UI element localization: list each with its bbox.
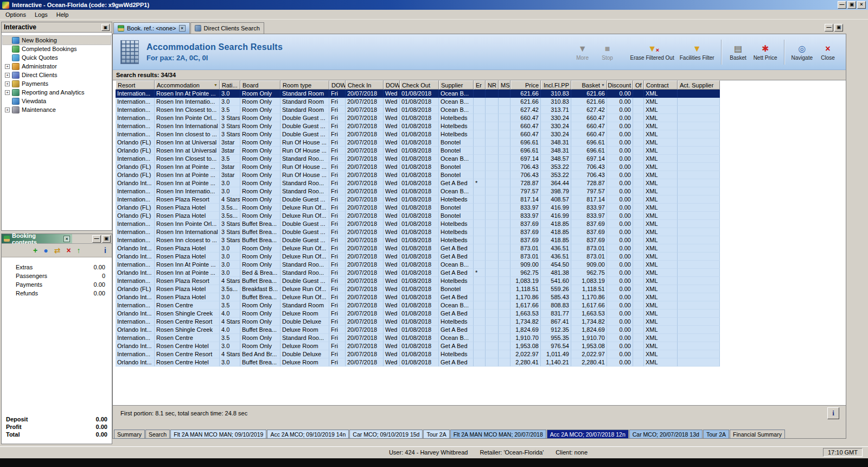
restore-icon[interactable]: ▣ [834, 24, 843, 31]
column-header-check-out[interactable]: Check Out [400, 80, 439, 90]
toolbar-more-button[interactable]: ▼More [573, 43, 592, 61]
close-icon[interactable]: × [179, 25, 186, 31]
result-row[interactable]: Orlando Int...Rosen Inn at Pointe ...3.0… [116, 179, 720, 187]
column-header-ms[interactable]: MS [499, 80, 510, 90]
minimize-icon[interactable]: — [825, 24, 833, 31]
column-header-supplier[interactable]: Supplier [439, 80, 474, 90]
result-row[interactable]: Internation...Rosen Centre Resort4 Stars… [116, 318, 720, 326]
column-header-dow[interactable]: DOW [329, 80, 346, 90]
filter-icon[interactable]: ▼ [213, 83, 218, 87]
minimize-icon[interactable]: — [92, 235, 101, 243]
result-row[interactable]: Internation...Rosen Inn Internatio...3.0… [116, 187, 720, 195]
bottom-tab-car-mco-09-10-2019-15d[interactable]: Car MCO; 09/10/2019 15d [349, 430, 423, 439]
close-icon[interactable]: × [63, 236, 70, 242]
result-row[interactable]: Internation...Rosen Inn At Pointe ...3.0… [116, 90, 720, 98]
result-row[interactable]: Orlando Int...Rosen Shingle Creek4.0Room… [116, 310, 720, 318]
expand-icon[interactable]: + [5, 73, 10, 78]
column-header-accommodation[interactable]: Accommodation▼ [155, 80, 220, 90]
expand-icon[interactable]: + [5, 108, 10, 112]
column-header-act-supplier[interactable]: Act. Supplier [678, 80, 720, 90]
bottom-tab-acc-2a-mco-09-10-2019-14n[interactable]: Acc 2A MCO; 09/10/2019 14n [267, 430, 349, 439]
result-row[interactable]: Orlando Int...Rosen Plaza Hotel3.0Room O… [116, 244, 720, 253]
result-row[interactable]: Orlando (FL)Rosen Inn at Pointe ...3star… [116, 163, 720, 171]
booking-contents-tab[interactable]: Booking contents × [2, 234, 72, 243]
transfer-icon[interactable]: ⇄ [54, 247, 61, 254]
info-icon[interactable]: i [827, 407, 839, 419]
column-header-dow[interactable]: DOW [384, 80, 400, 90]
result-row[interactable]: Internation...Rosen Plaza Resort4 StarsB… [116, 277, 720, 285]
result-row[interactable]: Internation...Rosen Inn Pointe Orl...3 S… [116, 114, 720, 122]
column-header-price[interactable]: Price [510, 80, 541, 90]
column-header-contract[interactable]: Contract [644, 80, 678, 90]
sidebar-item-quick-quotes[interactable]: Quick Quotes [3, 53, 111, 62]
result-row[interactable]: Orlando Int...Rosen Centre Hotel3.0Room … [116, 342, 720, 350]
result-row[interactable]: Internation...Rosen Inn Pointe Orl...3 S… [116, 220, 720, 228]
list-item-extras[interactable]: Extras0.00 [2, 263, 110, 272]
column-header-resort[interactable]: Resort [116, 80, 155, 90]
close-icon[interactable]: × [857, 1, 866, 9]
panel-restore-icon[interactable]: ▣ [101, 24, 110, 31]
expand-icon[interactable]: + [5, 64, 10, 69]
column-header-incl-fl-pp[interactable]: Incl.Fl.PP [541, 80, 571, 90]
bottom-tab-tour-2a[interactable]: Tour 2A [423, 430, 449, 439]
tab-direct-clients-search[interactable]: Direct Clients Search [190, 22, 264, 34]
restore-icon[interactable]: ▣ [847, 1, 856, 9]
menu-help[interactable]: Help [52, 10, 73, 19]
column-header-discount[interactable]: Discount [607, 80, 633, 90]
add-icon[interactable]: + [33, 247, 37, 254]
toolbar-navigate-button[interactable]: ◎Navigate [792, 43, 813, 61]
sidebar-item-viewdata[interactable]: Viewdata [3, 97, 111, 105]
up-icon[interactable]: ↑ [77, 247, 81, 254]
list-item-passengers[interactable]: Passengers0 [2, 272, 110, 280]
result-row[interactable]: Orlando (FL)Rosen Plaza Hotel3.5s...Room… [116, 204, 720, 212]
list-item-refunds[interactable]: Refunds0.00 [2, 289, 110, 298]
bottom-tab-search[interactable]: Search [145, 430, 170, 439]
column-header-nr[interactable]: NR [486, 80, 499, 90]
result-row[interactable]: Orlando (FL)Rosen Plaza Hotel3.5s...Room… [116, 212, 720, 220]
column-header-board[interactable]: Board [240, 80, 280, 90]
globe-icon[interactable]: ● [43, 247, 48, 254]
result-row[interactable]: Internation...Rosen Inn closest to ...3 … [116, 130, 720, 138]
toolbar-close-button[interactable]: ×Close [818, 43, 838, 61]
result-row[interactable]: Internation...Rosen Inn closest to ...3 … [116, 236, 720, 244]
result-row[interactable]: Orlando Int...Rosen Centre Hotel3.0Buffe… [116, 358, 720, 367]
result-row[interactable]: Internation...Rosen Centre Resort4 Stars… [116, 350, 720, 358]
bottom-tab-financial-summary[interactable]: Financial Summary [730, 430, 785, 439]
result-row[interactable]: Internation...Rosen Inn Closest to...3.5… [116, 155, 720, 163]
result-row[interactable]: Orlando (FL)Rosen Inn at Universal3starR… [116, 138, 720, 147]
result-row[interactable]: Orlando Int...Rosen Shingle Creek4.0Buff… [116, 326, 720, 334]
toolbar-facilities-filter-button[interactable]: ▼Facilities Filter [680, 43, 714, 61]
result-row[interactable]: Internation...Rosen Inn Closest to...3.5… [116, 106, 720, 114]
restore-icon[interactable]: ▣ [102, 235, 111, 243]
sidebar-item-administrator[interactable]: +Administrator [3, 62, 111, 71]
result-row[interactable]: Internation...Rosen Inn At Pointe ...3.0… [116, 261, 720, 269]
bottom-tab-flt-2a-man-mco-man-09-10-2019[interactable]: Flt 2A MAN MCO MAN; 09/10/2019 [170, 430, 266, 439]
sidebar-item-payments[interactable]: +Payments [3, 79, 111, 88]
result-row[interactable]: Orlando (FL)Rosen Inn at Pointe ...3star… [116, 171, 720, 179]
toolbar-nett-price-button[interactable]: ✱Nett Price [754, 43, 777, 61]
result-row[interactable]: Internation...Rosen Inn International3 S… [116, 122, 720, 130]
result-row[interactable]: Internation...Rosen Inn Internatio...3.0… [116, 98, 720, 106]
column-header-er[interactable]: Er [474, 80, 486, 90]
column-header-rati[interactable]: Rati... [220, 80, 240, 90]
sidebar-item-direct-clients[interactable]: +Direct Clients [3, 71, 111, 79]
minimize-icon[interactable]: — [838, 1, 846, 9]
delete-icon[interactable]: × [66, 247, 71, 254]
sidebar-item-completed-bookings[interactable]: Completed Bookings [3, 45, 111, 53]
bottom-tab-car-mco-20-07-2018-13d[interactable]: Car MCO; 20/07/2018 13d [629, 430, 703, 439]
expand-icon[interactable]: + [5, 81, 10, 86]
menu-logs[interactable]: Logs [30, 10, 52, 19]
result-row[interactable]: Internation...Rosen Plaza Resort4 StarsR… [116, 195, 720, 204]
result-row[interactable]: Orlando Int...Rosen Plaza Hotel3.0Buffet… [116, 293, 720, 301]
bottom-tab-summary[interactable]: Summary [114, 430, 145, 439]
tab-book-ref-none[interactable]: Book. ref.: <none>× [113, 22, 190, 34]
column-header-check-in[interactable]: Check In [346, 80, 384, 90]
expand-icon[interactable]: + [5, 90, 10, 95]
result-row[interactable]: Orlando (FL)Rosen Inn at Universal3starR… [116, 147, 720, 155]
sidebar-item-reporting-and-analytics[interactable]: +Reporting and Analytics [3, 88, 111, 97]
bottom-tab-flt-2a-man-mco-man-20-07-2018[interactable]: Flt 2A MAN MCO MAN; 20/07/2018 [450, 430, 546, 439]
column-header-room-type[interactable]: Room type [280, 80, 329, 90]
result-row[interactable]: Orlando Int...Rosen Plaza Hotel3.0Room O… [116, 253, 720, 261]
list-item-payments[interactable]: Payments0.00 [2, 280, 110, 289]
result-row[interactable]: Internation...Rosen Centre3.5Room OnlySt… [116, 334, 720, 342]
